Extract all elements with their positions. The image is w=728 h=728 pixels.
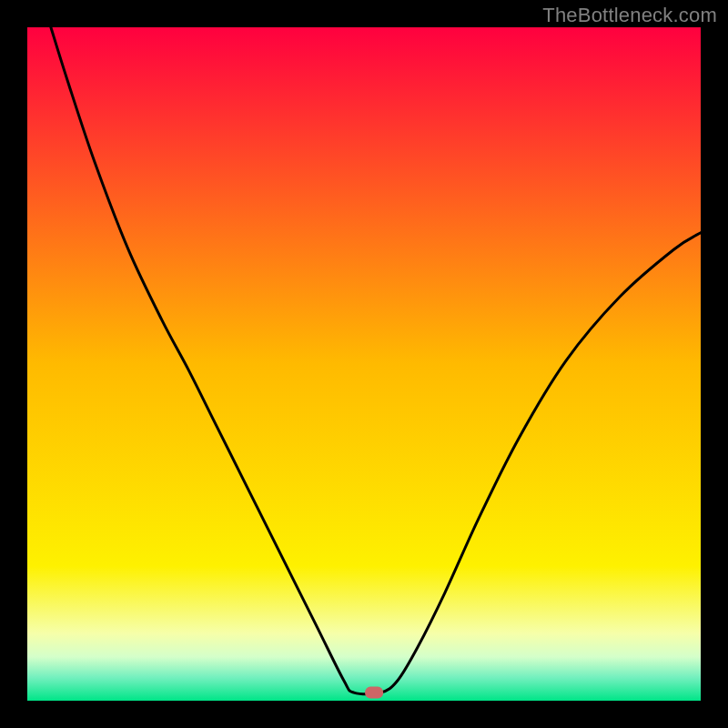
watermark-text: TheBottleneck.com xyxy=(542,4,717,27)
figure-root: TheBottleneck.com xyxy=(0,0,728,728)
bottleneck-chart xyxy=(0,0,728,728)
plot-background xyxy=(27,27,701,701)
optimal-marker xyxy=(365,687,383,699)
